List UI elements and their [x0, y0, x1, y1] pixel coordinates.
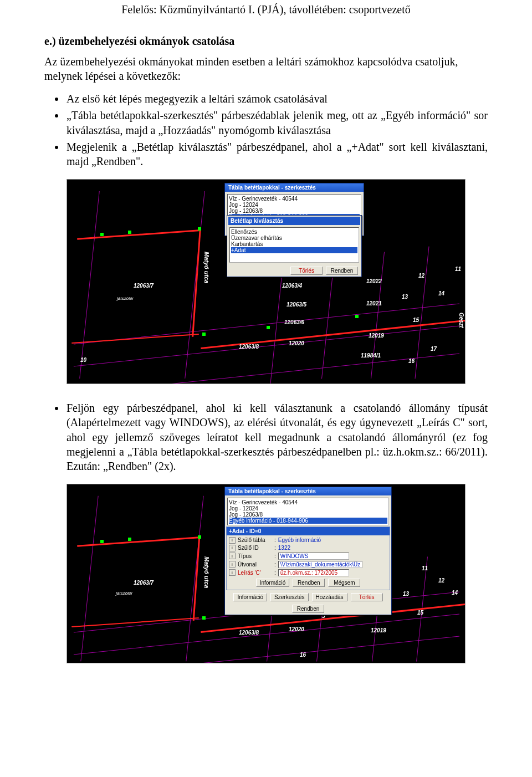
field-row: i Típus : WINDOWS — [227, 552, 390, 560]
parcel-label: 14 — [452, 590, 458, 596]
parcel-label: 12063/4 — [282, 283, 302, 289]
list-item: Feljön egy párbeszédpanel, ahol ki kell … — [65, 401, 488, 474]
field-input[interactable]: WINDOWS — [278, 553, 349, 560]
parcel-label: 13 — [402, 294, 408, 300]
subdialog-title: Betétlap kiválasztás — [228, 217, 360, 225]
info-icon[interactable]: i — [229, 569, 236, 576]
rendben-button[interactable]: Rendben — [292, 605, 324, 613]
parcel-label: 12063/7 — [134, 283, 154, 289]
map-small-label: játszótér — [116, 591, 132, 596]
list-item[interactable]: Jog - 12024 — [229, 202, 360, 208]
subdialog-list[interactable]: Ellenőrzés Üzemzavar elhárítás Karbantar… — [229, 227, 359, 263]
street-label: Matyó utca — [203, 252, 210, 283]
parcel-label: 12063/8 — [239, 344, 259, 350]
parcel-label: 15 — [417, 610, 423, 616]
intro-paragraph: Az üzembehelyezési okmányokat minden ese… — [44, 54, 488, 84]
field-label: Útvonal — [238, 561, 272, 568]
list-item[interactable]: Jog - 12063/8 — [229, 512, 387, 518]
subdialog-button-row: Törlés Rendben — [227, 265, 361, 277]
parcel-label: 12063/5 — [287, 301, 306, 308]
dialog-title: Tábla betétlapokkal - szerkesztés — [225, 183, 364, 192]
parcel-label: 17 — [431, 346, 437, 352]
map-small-label: játszótér — [117, 296, 134, 301]
field-row: i Szülő ID : 1322 — [227, 544, 390, 552]
field-row: i Szülő tábla : Egyéb információ — [227, 536, 390, 544]
info-icon[interactable]: i — [229, 561, 236, 568]
parcel-label: 13 — [403, 591, 409, 597]
parcel-label: 12020 — [289, 340, 304, 346]
parcel-label: 11984/1 — [361, 352, 381, 359]
info-icon[interactable]: i — [229, 537, 236, 544]
list-item: Megjelenik a „Betétlap kiválasztás" párb… — [65, 140, 488, 169]
info-icon[interactable]: i — [229, 545, 236, 551]
screenshot-2: Matyó utca játszótér 12063/7 12063/8 120… — [66, 484, 466, 663]
field-label: Típus — [238, 553, 272, 559]
responsible-line: Felelős: Közműnyilvántartó I. (PJÁ), táv… — [44, 3, 488, 16]
info-button[interactable]: Információ — [233, 593, 267, 601]
dialog-button-row: Információ Szerkesztés Hozzáadás Törlés … — [225, 591, 391, 615]
field-input[interactable]: üz.h.okm.sz.: 172/2005 — [278, 569, 349, 576]
parcel-label: 16 — [300, 652, 306, 658]
parcel-label: 12019 — [369, 333, 384, 339]
szerkesztes-button[interactable]: Szerkesztés — [270, 593, 308, 601]
list-item[interactable]: Üzemzavar elhárítás — [231, 235, 357, 241]
parcel-label: 12063/8 — [239, 630, 259, 636]
list-item[interactable]: Jog - 12063/8 — [229, 208, 360, 214]
field-label: Leírás 'C' — [238, 570, 272, 576]
parcel-label: 11 — [422, 565, 428, 571]
list-item[interactable]: Víz - Gerincvezeték - 40544 — [229, 196, 360, 202]
parcel-label: 12022 — [366, 278, 382, 284]
list-item: Az első két lépés megegyezik a leltári s… — [65, 91, 488, 106]
torles-button[interactable]: Törlés — [351, 593, 383, 601]
rendben-button[interactable]: Rendben — [326, 267, 358, 275]
parcel-label: 12019 — [371, 627, 386, 633]
parcel-label: 12063/7 — [134, 580, 154, 586]
parcel-label: 5 — [465, 214, 466, 220]
parcel-label: 12 — [418, 273, 424, 279]
parcel-label: 16 — [408, 358, 415, 364]
field-value: 1322 — [278, 545, 290, 551]
list-item-selected[interactable]: +Adat — [231, 247, 357, 253]
list-item[interactable]: Jog - 12024 — [229, 505, 387, 512]
torles-button[interactable]: Törlés — [290, 267, 323, 275]
rendben-button[interactable]: Rendben — [293, 579, 325, 587]
parcel-label: 12020 — [289, 626, 304, 632]
list-item[interactable]: Karbantartás — [231, 241, 357, 247]
field-label: Szülő tábla — [238, 537, 272, 543]
info-icon[interactable]: i — [229, 553, 236, 559]
inner-button-row: Információ Rendben Mégsem — [227, 577, 390, 589]
list-item[interactable]: Víz - Gerincvezeték - 40544 — [229, 499, 387, 505]
parcel-label: 15 — [413, 317, 419, 323]
list-item[interactable]: Ellenőrzés — [231, 229, 357, 235]
parcel-label: 10 — [80, 357, 86, 363]
field-input[interactable]: \Víz\műszaki_dokumentációk\Üz — [278, 561, 363, 568]
parcel-label: 12063/6 — [284, 319, 304, 325]
bullet-list-2: Feljön egy párbeszédpanel, ahol ki kell … — [44, 401, 488, 474]
inner-panel-title: +Adat - ID=0 — [227, 527, 390, 535]
dialog-title: Tábla betétlapokkal - szerkesztés — [225, 487, 391, 495]
field-label: Szülő ID — [238, 545, 272, 551]
info-button[interactable]: Információ — [256, 579, 290, 587]
parcel-label: 12021 — [366, 300, 382, 306]
hozzaadas-button[interactable]: Hozzáadás — [312, 593, 347, 601]
parcel-label: Geszt — [458, 313, 464, 328]
parcel-label: 11 — [455, 266, 461, 272]
field-row: i Leírás 'C' : üz.h.okm.sz.: 172/2005 — [227, 569, 390, 577]
list-item: „Tábla betétlapokkal-szerkesztés" párbes… — [65, 108, 488, 137]
parcel-label: 14 — [438, 290, 444, 297]
street-label: Matyó utca — [203, 556, 210, 588]
field-row: i Útvonal : \Víz\műszaki_dokumentációk\Ü… — [227, 560, 390, 569]
list-item-selected[interactable]: Egyéb információ - 018-944-906 — [229, 518, 387, 524]
field-value: Egyéb információ — [278, 537, 321, 543]
megsem-button[interactable]: Mégsem — [328, 579, 360, 587]
bullet-list-1: Az első két lépés megegyezik a leltári s… — [44, 91, 488, 169]
dialog-list[interactable]: Víz - Gerincvezeték - 40544 Jog - 12024 … — [227, 498, 389, 525]
screenshot-1: Matyó utca játszótér 12063/7 12063/8 120… — [66, 179, 466, 384]
parcel-label: 12 — [438, 577, 444, 584]
section-e-title: e.) üzembehelyezési okmányok csatolása — [44, 35, 488, 48]
